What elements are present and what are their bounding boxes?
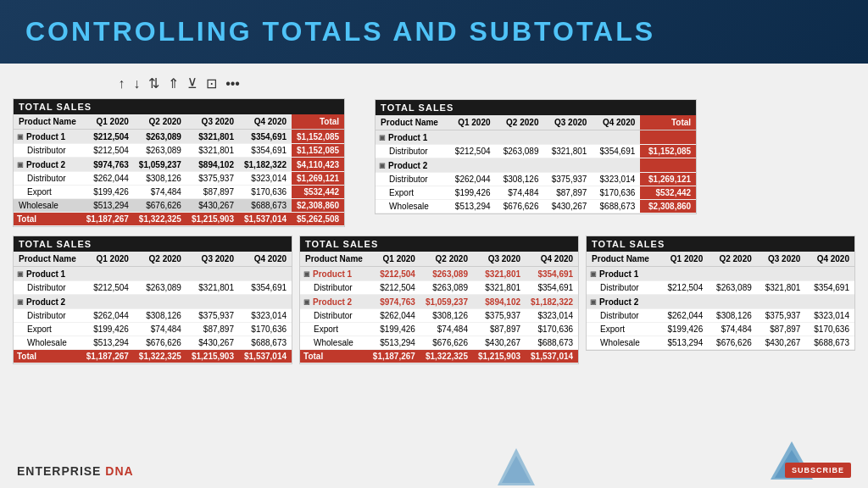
table-cell: $323,014 (239, 309, 292, 323)
more-icon[interactable]: ••• (225, 76, 240, 92)
bottom-table-header-cell: Q1 2020 (368, 252, 420, 267)
table-cell: $375,937 (473, 309, 526, 323)
table-cell: $676,626 (496, 200, 544, 214)
table-cell: $513,294 (659, 336, 709, 350)
main-sales-table: TOTAL SALES Product Name Q1 2020 Q2 2020… (13, 98, 345, 227)
brand-logo: ENTERPRISE DNA (17, 464, 134, 478)
table-row: ▣Product 1 (376, 130, 696, 145)
filter-clear-icon[interactable]: ⇑ (168, 75, 179, 92)
table-cell: $375,937 (757, 309, 806, 323)
table-cell (81, 295, 134, 309)
table-cell: $430,267 (757, 336, 806, 350)
bottom-section: TOTAL SALES Product NameQ1 2020Q2 2020Q3… (13, 236, 855, 364)
brand-dna: DNA (105, 464, 133, 478)
table-cell: $676,626 (134, 336, 186, 350)
sort-desc-icon[interactable]: ↓ (133, 76, 140, 92)
table-cell: $212,504 (81, 144, 134, 158)
cell-product-name: Wholesale (300, 336, 368, 350)
table-cell: $688,673 (526, 336, 578, 350)
cell-product-name: Wholesale (14, 199, 81, 213)
col-header-q4: Q4 2020 (239, 114, 292, 130)
subscribe-button[interactable]: SUBSCRIBE (785, 463, 851, 478)
right-col-q2: Q2 2020 (496, 115, 544, 130)
bottom-table-1-wrap: TOTAL SALES Product NameQ1 2020Q2 2020Q3… (13, 236, 292, 364)
cell-product-name: Distributor (376, 173, 448, 186)
cell-product-name: Distributor (14, 172, 81, 186)
brand-name: ENTERPRISE (17, 464, 105, 478)
table-cell: $263,089 (496, 145, 544, 158)
table-row: ▣Product 2$974,763$1,059,237$894,102$1,1… (14, 158, 344, 172)
bottom-table-header-cell: Q3 2020 (473, 252, 526, 267)
sort-both-icon[interactable]: ⇅ (148, 75, 159, 92)
table-row: ▣Product 1$212,504$263,089$321,801$354,6… (300, 267, 578, 281)
table-cell: $1,215,903 (186, 350, 239, 363)
cell-product-name: Distributor (300, 281, 368, 295)
cell-product-name: Distributor (587, 309, 659, 323)
right-col-q1: Q1 2020 (448, 115, 496, 130)
table-cell: $354,691 (526, 281, 578, 295)
cell-product-name: ▣Product 2 (14, 158, 81, 172)
table-cell: $688,673 (239, 199, 292, 213)
expand-icon[interactable]: ⊡ (206, 75, 217, 92)
table-cell: $894,102 (473, 295, 526, 309)
table-cell: $321,801 (186, 144, 239, 158)
table-cell: $354,691 (805, 281, 854, 295)
table-cell (757, 295, 806, 309)
bottom-table-header-cell: Product Name (300, 252, 368, 267)
content-area: ↑ ↓ ⇅ ⇑ ⊻ ⊡ ••• TOTAL SALES Product Name… (0, 64, 868, 488)
table-cell: $321,801 (186, 281, 239, 295)
table-cell (239, 267, 292, 281)
table-row: Distributor$262,044$308,126$375,937$323,… (300, 309, 578, 323)
table-cell (496, 130, 544, 145)
table-cell: $1,269,121 (640, 173, 696, 186)
cell-product-name: Export (14, 186, 81, 199)
table-cell: $1,215,903 (186, 213, 239, 226)
table-cell: $354,691 (239, 144, 292, 158)
table-cell: $323,014 (239, 172, 292, 186)
table-row: Total$1,187,267$1,322,325$1,215,903$1,53… (14, 350, 292, 363)
cell-product-name: Distributor (14, 144, 81, 158)
cell-product-name: Distributor (300, 309, 368, 323)
table-cell: $1,187,267 (81, 213, 134, 226)
table-cell: $87,897 (186, 323, 239, 336)
table-row: Distributor$262,044$308,126$375,937$323,… (14, 172, 344, 186)
table-cell (659, 295, 709, 309)
filter-icon[interactable]: ⊻ (187, 75, 198, 92)
table-cell (448, 158, 496, 173)
table-cell: $170,636 (239, 323, 292, 336)
table-cell: $375,937 (543, 173, 592, 186)
page-header: CONTROLLING TOTALS AND SUBTOTALS (0, 0, 868, 64)
table-cell: $1,322,325 (134, 213, 186, 226)
table-cell (805, 295, 854, 309)
sort-asc-icon[interactable]: ↑ (118, 76, 125, 92)
table-cell: $263,089 (134, 281, 186, 295)
table-cell: $321,801 (186, 130, 239, 144)
right-table-header-row: Product Name Q1 2020 Q2 2020 Q3 2020 Q4 … (376, 115, 696, 130)
table-row: Distributor$212,504$263,089$321,801$354,… (587, 281, 854, 295)
table-cell: $262,044 (448, 173, 496, 186)
cell-product-name: ▣Product 2 (14, 295, 81, 309)
table-cell: $430,267 (186, 199, 239, 213)
bottom-table-header-cell: Q2 2020 (420, 252, 473, 267)
table-cell: $323,014 (592, 173, 640, 186)
table-cell: $87,897 (757, 323, 806, 336)
table-row: Wholesale$513,294$676,626$430,267$688,67… (587, 336, 854, 350)
table-cell: $212,504 (448, 145, 496, 158)
bottom-table-1: TOTAL SALES Product NameQ1 2020Q2 2020Q3… (13, 236, 292, 364)
table-cell: $74,484 (496, 186, 544, 200)
table-cell: $263,089 (134, 144, 186, 158)
table-cell: $430,267 (473, 336, 526, 350)
cell-product-name: Wholesale (376, 200, 448, 214)
bottom-table-1-body: ▣Product 1Distributor$212,504$263,089$32… (14, 267, 292, 363)
table-cell (239, 295, 292, 309)
cell-product-name: ▣Product 1 (587, 267, 659, 281)
bottom-table-3-body: ▣Product 1Distributor$212,504$263,089$32… (587, 267, 854, 350)
main-table-section: ↑ ↓ ⇅ ⇑ ⊻ ⊡ ••• TOTAL SALES Product Name… (13, 72, 345, 227)
cell-product-name: ▣Product 1 (376, 130, 448, 145)
table-cell: $308,126 (420, 309, 473, 323)
table-cell: $308,126 (496, 173, 544, 186)
table-cell: $87,897 (543, 186, 592, 200)
table-cell: $513,294 (81, 336, 134, 350)
table-cell: $1,215,903 (473, 350, 526, 363)
table-cell: $262,044 (659, 309, 709, 323)
